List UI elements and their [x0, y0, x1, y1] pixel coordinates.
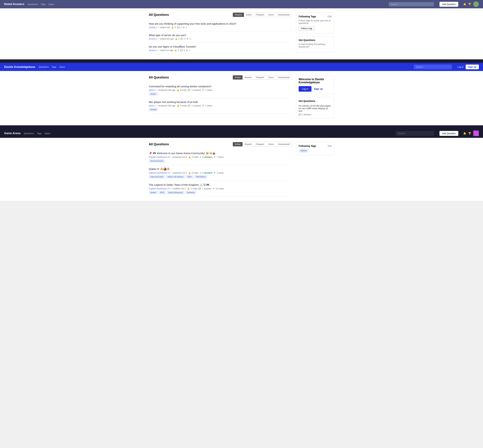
search-input-1[interactable] [389, 2, 434, 6]
question-author[interactable]: Captain Dashboard 15 [149, 156, 170, 158]
question-author[interactable]: Jeremy 1 [149, 38, 157, 40]
nav-links-1: Questions Tags Users [28, 3, 54, 6]
nav-tags-3[interactable]: Tags [37, 132, 41, 135]
comment-count: 0 [184, 49, 185, 52]
tab-active-3[interactable]: Active [233, 142, 243, 146]
questions-col-1: All Questions Newest Active Frequent Sco… [149, 13, 292, 55]
edit-tags-link-1[interactable]: Edit [328, 15, 332, 18]
question-title: What type of server do you use? [149, 34, 292, 37]
nav-users-3[interactable]: Users [44, 132, 50, 135]
signup-btn-2[interactable]: Sign up [466, 64, 479, 69]
section-divider-1 [0, 59, 483, 63]
tag-xbox[interactable]: Xbox [186, 175, 193, 178]
question-author[interactable]: Captain Dashboard 15 [149, 187, 170, 190]
tag-announcement[interactable]: Announcement [149, 159, 165, 162]
thumbs-up-icon: 👍 [175, 38, 177, 40]
tag-switch[interactable]: Switch [149, 191, 157, 194]
nav-tags-2[interactable]: Tags [52, 66, 56, 68]
comment-count: 0 [181, 26, 182, 29]
question-link[interactable]: Command for restarting all running docke… [149, 85, 212, 88]
tab-newest-1[interactable]: Newest [233, 13, 244, 17]
thumbs-up-icon: 👍 [188, 172, 191, 174]
trophy-icon-1[interactable]: 🏆 [468, 3, 471, 6]
follow-tag-btn-1[interactable]: Follow a tag [299, 26, 314, 31]
question-link[interactable]: What type of server do you use? [149, 34, 186, 37]
question-link[interactable]: bbc iplayer isnt working because of pi-h… [149, 101, 198, 104]
following-tags-list-3: Switch [299, 149, 332, 152]
question-separator: • [171, 187, 171, 190]
question-meta: Captain Dashboard 15 • answered Jun 6 👍 … [149, 156, 292, 158]
tab-score-1[interactable]: Score [266, 13, 276, 17]
edit-tags-link-3[interactable]: Edit [328, 144, 332, 147]
question-author[interactable]: david 1 [149, 104, 156, 107]
search-input-3[interactable] [396, 131, 434, 136]
add-question-btn-1[interactable]: Add Question [439, 2, 458, 7]
answer-count: 1 answers [192, 104, 201, 107]
nav-tags-1[interactable]: Tags [41, 3, 45, 6]
tab-frequent-3[interactable]: Frequent [254, 142, 266, 146]
tag-hack-and-slash[interactable]: Hack and slash [149, 175, 165, 178]
nav-questions-2[interactable]: Questions [39, 66, 49, 68]
tag-switch-following[interactable]: Switch [299, 149, 308, 152]
tag-rpg[interactable]: RPG [159, 191, 166, 194]
bell-icon-1[interactable]: 🔔 [463, 3, 466, 6]
tab-score-2[interactable]: Score [266, 75, 276, 80]
tab-newest-2[interactable]: Newest [242, 75, 254, 80]
tab-group-2: Active Newest Frequent Score Unanswered [233, 75, 292, 80]
tag-playstation[interactable]: PlayStation [194, 175, 207, 178]
section-divider-2 [0, 125, 483, 129]
view-count: 14 views [216, 187, 224, 190]
tag-docker[interactable]: docker [149, 92, 158, 96]
trophy-icon-3[interactable]: 🏆 [468, 132, 471, 135]
hot-question-item-2[interactable]: On Ubuntu 22.04 the php pages on my LAMP… [299, 104, 332, 112]
question-link[interactable]: Do you use Nginx or Cloudflare Tunnels? [149, 45, 196, 48]
tab-active-1[interactable]: Active [244, 13, 254, 17]
nav-users-1[interactable]: Users [48, 3, 54, 6]
tag-firewall[interactable]: firewall [149, 108, 158, 111]
question-link[interactable]: 📌 🎮 Welcome to our Game Arena Community!… [149, 152, 216, 155]
eye-icon: 👁 [202, 89, 204, 91]
tag-action-rpg[interactable]: Action role-playing [166, 175, 185, 178]
brand-davids: Davids Knowledgebase [4, 65, 35, 69]
question-link[interactable]: How are you thinking of supporting your … [149, 22, 236, 25]
tab-unanswered-1[interactable]: Unanswered [276, 13, 292, 17]
question-meta: Captain Dashboard 15 • modified Jun 2 👍 … [149, 187, 292, 190]
following-tags-box-1: Following Tags Edit Follow tags to curat… [296, 13, 334, 33]
thumbs-up-icon: 👍 [174, 49, 177, 52]
tab-frequent-1[interactable]: Frequent [254, 13, 266, 17]
avatar-1[interactable] [473, 1, 479, 7]
tab-frequent-2[interactable]: Frequent [254, 75, 266, 80]
signup-btn-sidebar-2[interactable]: Sign up [314, 88, 323, 90]
search-input-2[interactable] [414, 64, 452, 69]
question-author[interactable]: Jeremy 1 [149, 26, 157, 29]
question-author[interactable]: Jeremy 1 [149, 49, 157, 52]
tab-unanswered-3[interactable]: Unanswered [276, 142, 292, 146]
question-link[interactable]: Diablo IV 🔥🎱🔥 [149, 168, 170, 170]
question-link[interactable]: The Legend of Zelda: Tears of the Kingdo… [149, 183, 209, 186]
questions-col-3: All Questions Active Newest Frequent Sco… [149, 142, 292, 197]
nav-users-2[interactable]: Users [59, 66, 65, 68]
tab-unanswered-2[interactable]: Unanswered [276, 75, 292, 80]
tab-newest-3[interactable]: Newest [242, 142, 254, 146]
vote-count: 0 [175, 26, 176, 29]
nav-questions-3[interactable]: Questions [24, 132, 34, 135]
brand-noted-answers: Noted Answers [4, 3, 24, 6]
hot-question-item-1[interactable]: Is Self Hosting Something I should do? [299, 43, 332, 48]
questions-header-2: All Questions Active Newest Frequent Sco… [149, 75, 292, 80]
tab-score-3[interactable]: Score [266, 142, 276, 146]
avatar-3[interactable] [473, 130, 479, 136]
login-link-2[interactable]: Log in [458, 66, 464, 68]
question-title: Command for restarting all running docke… [149, 85, 292, 88]
tag-action-adventure[interactable]: Action Adventure [167, 191, 184, 194]
question-author[interactable]: david 1 [149, 89, 156, 91]
question-author[interactable]: Captain Dashboard 15 [149, 172, 170, 174]
nav-questions-1[interactable]: Questions [28, 3, 38, 6]
question-item: How are you thinking of supporting your … [149, 20, 292, 31]
question-meta: david 1 • answered 23h ago 👍 0 votes 💬 1… [149, 89, 292, 91]
tag-nintendo[interactable]: Nintendo [185, 191, 196, 194]
tab-active-2[interactable]: Active [233, 75, 243, 80]
bell-icon-3[interactable]: 🔔 [463, 132, 466, 135]
add-question-btn-3[interactable]: Add Question [439, 131, 458, 136]
login-btn-2[interactable]: Log in [299, 86, 312, 92]
question-separator: • [157, 104, 157, 107]
